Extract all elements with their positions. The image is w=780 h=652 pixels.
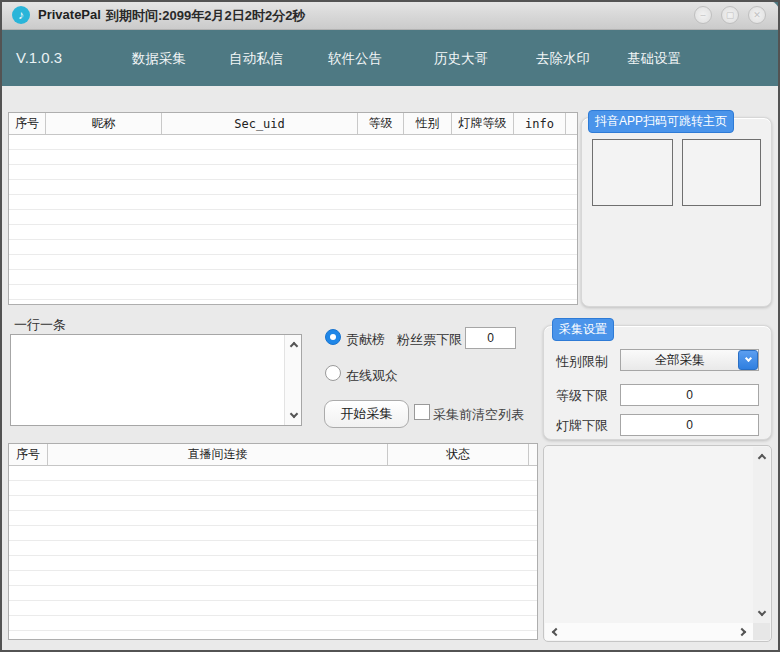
qr-panel: 抖音APP扫码可跳转主页 xyxy=(581,117,772,307)
room-col-link[interactable]: 直播间连接 xyxy=(48,444,388,465)
room-table-body xyxy=(9,466,537,639)
log-horizontal-scrollbar[interactable] xyxy=(545,623,753,640)
scroll-up-button[interactable] xyxy=(286,337,301,352)
room-table: 序号 直播间连接 状态 xyxy=(8,443,538,640)
room-col-filler xyxy=(529,444,537,465)
qr-code-placeholder-2 xyxy=(682,139,761,206)
nav-bar: V.1.0.3 数据采集 自动私信 软件公告 历史大哥 去除水印 基础设置 xyxy=(0,30,780,86)
settings-panel-title: 采集设置 xyxy=(552,318,614,341)
close-button[interactable]: ✕ xyxy=(748,6,766,24)
nav-item-announcement[interactable]: 软件公告 xyxy=(328,50,382,68)
close-icon: ✕ xyxy=(753,10,761,20)
clear-before-collect-checkbox[interactable] xyxy=(414,404,430,420)
dropdown-arrow-button[interactable] xyxy=(738,350,758,370)
nav-item-data-collect[interactable]: 数据采集 xyxy=(132,50,186,68)
nav-item-auto-message[interactable]: 自动私信 xyxy=(229,50,283,68)
start-collect-button[interactable]: 开始采集 xyxy=(324,400,409,428)
user-table: 序号 昵称 Sec_uid 等级 性别 灯牌等级 info xyxy=(8,112,578,305)
qr-panel-title: 抖音APP扫码可跳转主页 xyxy=(588,110,734,133)
user-col-level[interactable]: 等级 xyxy=(358,113,404,134)
chevron-up-icon xyxy=(289,342,297,350)
nav-item-history[interactable]: 历史大哥 xyxy=(434,50,488,68)
level-min-label: 等级下限 xyxy=(556,387,608,405)
chevron-right-icon xyxy=(738,627,746,635)
user-col-nickname[interactable]: 昵称 xyxy=(46,113,162,134)
gender-limit-dropdown[interactable]: 全部采集 xyxy=(620,349,759,371)
minimize-icon: – xyxy=(700,10,705,20)
user-table-header: 序号 昵称 Sec_uid 等级 性别 灯牌等级 info xyxy=(9,113,577,135)
scroll-up-button[interactable] xyxy=(754,449,769,464)
room-link-textarea[interactable] xyxy=(11,335,284,425)
log-vertical-scrollbar[interactable] xyxy=(753,447,770,623)
scroll-left-button[interactable] xyxy=(547,624,562,639)
fan-ticket-min-input[interactable] xyxy=(465,327,516,349)
gender-limit-label: 性别限制 xyxy=(556,353,608,371)
room-link-input-box xyxy=(10,334,302,426)
log-panel xyxy=(543,445,772,642)
badge-min-label: 灯牌下限 xyxy=(556,417,608,435)
minimize-button[interactable]: – xyxy=(694,6,712,24)
user-table-body xyxy=(9,135,577,304)
maximize-button[interactable]: ▢ xyxy=(721,6,739,24)
qr-code-placeholder-1 xyxy=(592,139,673,206)
badge-min-input[interactable] xyxy=(620,414,759,436)
radio-dot-icon xyxy=(330,334,336,340)
clear-before-collect-label[interactable]: 采集前清空列表 xyxy=(433,406,524,424)
chevron-up-icon xyxy=(757,454,765,462)
nav-item-settings[interactable]: 基础设置 xyxy=(627,50,681,68)
user-col-secuid[interactable]: Sec_uid xyxy=(162,113,358,134)
user-col-badge-level[interactable]: 灯牌等级 xyxy=(452,113,514,134)
scroll-down-button[interactable] xyxy=(754,606,769,621)
room-table-header: 序号 直播间连接 状态 xyxy=(9,444,537,466)
online-viewers-radio-label[interactable]: 在线观众 xyxy=(346,367,398,385)
level-min-input[interactable] xyxy=(620,384,759,406)
nav-item-watermark[interactable]: 去除水印 xyxy=(536,50,590,68)
user-col-filler xyxy=(566,113,577,134)
expiry-text: 到期时间:2099年2月2日2时2分2秒 xyxy=(106,7,305,25)
scroll-down-button[interactable] xyxy=(286,408,301,423)
settings-panel: 采集设置 性别限制 全部采集 等级下限 灯牌下限 xyxy=(543,325,772,440)
online-viewers-radio[interactable] xyxy=(325,365,341,381)
app-title: PrivatePal xyxy=(38,7,101,22)
maximize-icon: ▢ xyxy=(726,10,735,20)
line-hint-label: 一行一条 xyxy=(14,316,66,334)
chevron-down-icon xyxy=(757,608,765,616)
scrollbar-corner xyxy=(753,623,770,640)
room-col-status[interactable]: 状态 xyxy=(388,444,529,465)
contribution-radio-label[interactable]: 贡献榜 xyxy=(346,331,385,349)
titlebar[interactable]: ♪ PrivatePal 到期时间:2099年2月2日2时2分2秒 – ▢ ✕ xyxy=(0,0,780,30)
contribution-radio[interactable] xyxy=(325,329,341,345)
user-col-index[interactable]: 序号 xyxy=(9,113,46,134)
fan-ticket-min-label: 粉丝票下限 xyxy=(397,331,462,349)
gender-limit-value: 全部采集 xyxy=(621,352,738,369)
scroll-right-button[interactable] xyxy=(736,624,751,639)
room-col-index[interactable]: 序号 xyxy=(9,444,48,465)
chevron-down-icon xyxy=(744,355,751,362)
user-col-gender[interactable]: 性别 xyxy=(404,113,452,134)
chevron-left-icon xyxy=(552,627,560,635)
chevron-down-icon xyxy=(289,410,297,418)
version-label: V.1.0.3 xyxy=(16,49,62,66)
app-logo-icon: ♪ xyxy=(12,6,30,24)
user-col-info[interactable]: info xyxy=(514,113,566,134)
textarea-scrollbar[interactable] xyxy=(284,335,301,425)
app-window: ♪ PrivatePal 到期时间:2099年2月2日2时2分2秒 – ▢ ✕ … xyxy=(0,0,780,652)
